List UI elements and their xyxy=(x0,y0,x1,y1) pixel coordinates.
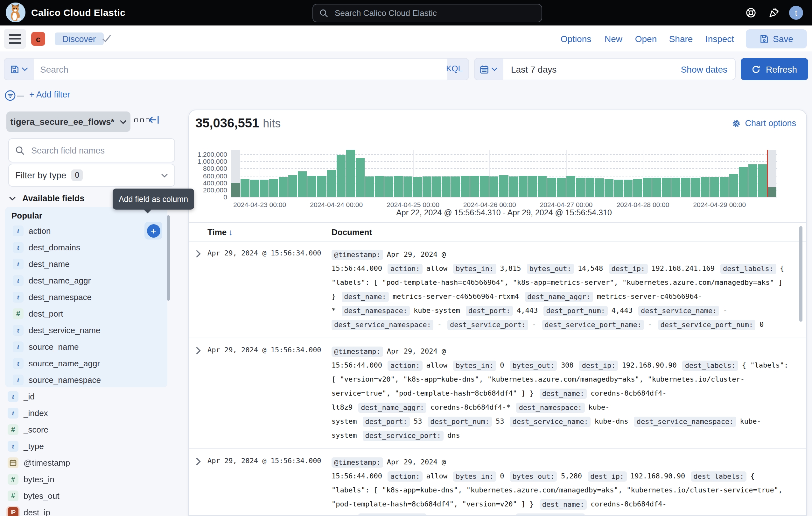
histogram-bar[interactable] xyxy=(499,175,508,197)
histogram-bar[interactable] xyxy=(394,176,403,197)
field-item-action[interactable]: taction+ xyxy=(5,222,167,239)
histogram-bar[interactable] xyxy=(413,177,422,197)
histogram-bar[interactable] xyxy=(327,170,336,197)
histogram-bar[interactable] xyxy=(298,171,307,197)
field-item-dest_port[interactable]: #dest_port xyxy=(5,305,167,322)
histogram-bar[interactable] xyxy=(633,179,642,197)
field-item-_id[interactable]: t_id xyxy=(0,388,162,405)
field-item-dest_name_aggr[interactable]: tdest_name_aggr xyxy=(5,272,167,289)
histogram-bar[interactable] xyxy=(269,179,278,197)
table-scrollbar[interactable] xyxy=(799,226,803,322)
toolbar-link-new[interactable]: New xyxy=(605,34,622,44)
toolbar-link-share[interactable]: Share xyxy=(669,34,693,44)
histogram-bar[interactable] xyxy=(240,179,250,197)
field-item-dest_ip[interactable]: IPdest_ip xyxy=(0,504,162,516)
sort-desc-icon[interactable]: ↓ xyxy=(228,227,233,237)
histogram-bar[interactable] xyxy=(729,173,738,197)
histogram-bar[interactable] xyxy=(576,178,585,197)
histogram-bar[interactable] xyxy=(758,164,767,197)
time-range-value[interactable]: Last 7 days xyxy=(511,64,681,74)
histogram-bar[interactable] xyxy=(231,183,240,197)
histogram-bar[interactable] xyxy=(681,178,690,197)
histogram-bar[interactable] xyxy=(652,178,662,197)
histogram-bar[interactable] xyxy=(614,180,623,197)
histogram-bar[interactable] xyxy=(355,158,364,197)
histogram-bar[interactable] xyxy=(710,178,719,197)
user-avatar[interactable]: t xyxy=(789,6,803,20)
filter-icon[interactable] xyxy=(4,90,16,101)
field-item-bytes_out[interactable]: #bytes_out xyxy=(0,487,162,504)
global-search-input[interactable] xyxy=(334,8,542,19)
chart-options-button[interactable]: Chart options xyxy=(731,118,796,128)
histogram-bar[interactable] xyxy=(748,165,757,197)
field-item-dest_namespace[interactable]: tdest_namespace xyxy=(5,289,167,305)
grid-dots-icon[interactable] xyxy=(134,118,149,122)
sidebar-scrollbar[interactable] xyxy=(167,215,170,301)
calendar-menu[interactable] xyxy=(474,58,503,80)
histogram-bar[interactable] xyxy=(518,175,527,197)
query-language-button[interactable]: KQL xyxy=(446,64,463,73)
histogram-bar[interactable] xyxy=(691,178,700,197)
field-item-dest_name[interactable]: tdest_name xyxy=(5,255,167,272)
histogram-bar[interactable] xyxy=(461,176,470,197)
available-fields-header[interactable]: Available fields xyxy=(9,194,85,203)
histogram-bar[interactable] xyxy=(490,176,499,197)
histogram-bar[interactable] xyxy=(289,175,297,197)
histogram-bar[interactable] xyxy=(432,176,441,197)
filter-by-type[interactable]: Filter by type 0 xyxy=(8,164,175,187)
field-item-dest_domains[interactable]: tdest_domains xyxy=(5,239,167,255)
histogram-bar[interactable] xyxy=(624,180,633,197)
histogram-bar[interactable] xyxy=(585,178,594,197)
histogram-bar[interactable] xyxy=(403,176,412,197)
calico-logo[interactable] xyxy=(6,3,25,22)
search-input[interactable] xyxy=(34,59,447,80)
histogram-bar[interactable] xyxy=(480,176,489,197)
space-badge[interactable]: c xyxy=(31,32,45,46)
field-search[interactable] xyxy=(8,138,175,162)
histogram-bar[interactable] xyxy=(308,176,317,197)
histogram-bar[interactable] xyxy=(595,178,604,197)
histogram-bar[interactable] xyxy=(605,179,613,197)
histogram-bar[interactable] xyxy=(509,176,518,197)
column-time[interactable]: Time↓ xyxy=(207,227,233,237)
histogram-bar[interactable] xyxy=(451,176,460,197)
histogram-bar[interactable] xyxy=(423,176,431,197)
field-item-source_name[interactable]: tsource_name xyxy=(5,338,167,355)
add-field-as-column-button[interactable]: + xyxy=(144,222,162,240)
field-item-dest_service_name[interactable]: tdest_service_name xyxy=(5,322,167,338)
histogram-bar[interactable] xyxy=(471,176,480,197)
histogram-bar[interactable] xyxy=(767,188,776,197)
save-button[interactable]: Save xyxy=(746,29,807,48)
collapse-sidebar-icon[interactable] xyxy=(149,115,159,124)
field-item-source_namespace[interactable]: tsource_namespace xyxy=(5,372,167,388)
histogram-bar[interactable] xyxy=(279,177,288,197)
newsfeed-icon[interactable] xyxy=(769,8,779,18)
histogram-bar[interactable] xyxy=(442,176,451,197)
histogram-bar[interactable] xyxy=(557,178,566,197)
histogram-bar[interactable] xyxy=(365,176,374,197)
histogram-bar[interactable] xyxy=(567,176,575,197)
global-search[interactable] xyxy=(313,4,542,22)
index-pattern-selector[interactable]: tigera_secure_ee_flows* xyxy=(6,111,130,132)
histogram-bar[interactable] xyxy=(250,180,259,197)
menu-icon[interactable] xyxy=(4,29,26,49)
histogram-bar[interactable] xyxy=(384,176,393,197)
field-item-source_name_aggr[interactable]: tsource_name_aggr xyxy=(5,355,167,372)
refresh-button[interactable]: Refresh xyxy=(741,58,808,80)
histogram-bar[interactable] xyxy=(739,167,748,197)
field-item-_index[interactable]: t_index xyxy=(0,405,162,421)
histogram-bar[interactable] xyxy=(672,178,680,197)
histogram-bar[interactable] xyxy=(662,178,671,197)
add-filter-button[interactable]: + Add filter xyxy=(29,90,70,99)
histogram-bar[interactable] xyxy=(336,155,345,197)
histogram-bar[interactable] xyxy=(375,176,384,197)
histogram-bar[interactable] xyxy=(700,178,709,197)
saved-query-menu[interactable] xyxy=(4,58,34,80)
histogram-bar[interactable] xyxy=(538,175,546,197)
breadcrumb[interactable]: Discover xyxy=(55,32,104,45)
histogram-bar[interactable] xyxy=(547,178,556,197)
field-item-_type[interactable]: t_type xyxy=(0,438,162,454)
field-item-@timestamp[interactable]: @timestamp xyxy=(0,454,162,471)
histogram-bar[interactable] xyxy=(317,176,326,197)
field-search-input[interactable] xyxy=(30,145,174,156)
